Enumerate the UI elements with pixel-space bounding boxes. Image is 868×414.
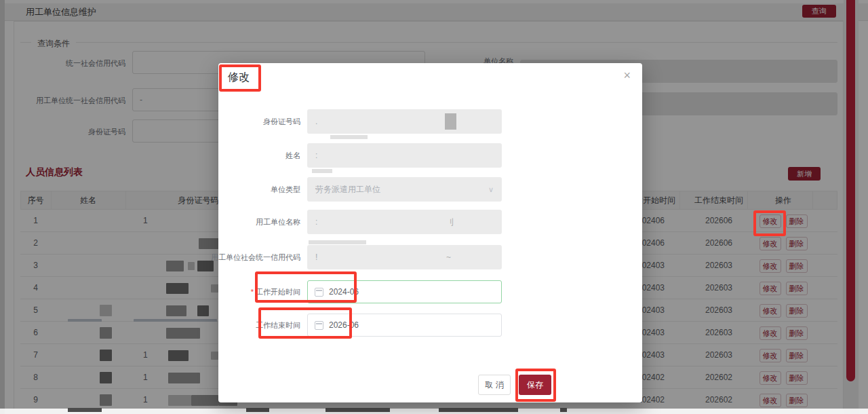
modal-unit-type-label: 单位类型 [271, 177, 300, 202]
modal-unit-name-input: : 刂 [307, 210, 502, 234]
close-icon[interactable]: × [623, 69, 631, 81]
chevron-down-icon: ∨ [488, 177, 494, 202]
redaction-fragment [560, 408, 567, 412]
modal-unit-name-label: 用工单位名称 [256, 210, 300, 234]
cancel-button[interactable]: 取 消 [478, 375, 511, 395]
scrollbar-thumb[interactable] [846, 0, 855, 381]
annotation-box-start-date [255, 271, 357, 303]
modal-unit-name-mark: 刂 [446, 210, 454, 234]
modal-id-label: 身份证号码 [263, 109, 300, 134]
annotation-box-row1-edit [753, 210, 786, 236]
annotation-box-modal-title [219, 64, 261, 92]
redaction-block [312, 169, 332, 173]
modal-name-value: : [315, 151, 317, 160]
modal-credit-input: ! ~ [307, 245, 502, 269]
redaction-fragment [439, 408, 518, 412]
modal-unit-type-select: 劳务派遣用工单位 ∨ [307, 177, 502, 202]
redaction-fragment [246, 408, 269, 412]
modal-credit-mark: ~ [446, 245, 451, 269]
redaction-block [309, 240, 366, 244]
modal-unit-type-value: 劳务派遣用工单位 [315, 185, 380, 194]
modal-credit-label: 用工单位社会统一信用代码 [211, 245, 300, 269]
app-screen: 用工单位信息维护 查询 查询条件 统一社会信用代码 单位名称 用工单位统一社会信… [0, 0, 868, 414]
annotation-box-save [515, 369, 556, 402]
modal-name-input: : [307, 143, 502, 168]
annotation-box-end-date [258, 307, 352, 339]
required-asterisk: * [251, 288, 254, 296]
redaction-block [445, 113, 456, 130]
modal-id-input: . [307, 109, 502, 134]
edit-modal: 修改 × 身份证号码 . 姓名 : 单位类型 劳务派遣用工单位 ∨ 用工单位名称… [218, 63, 642, 402]
modal-credit-value: ! [315, 252, 317, 262]
redaction-block [330, 135, 368, 139]
bottom-window-strip [0, 409, 868, 414]
modal-unit-name-value: : [315, 217, 317, 227]
modal-name-label: 姓名 [285, 143, 300, 168]
redaction-fragment [326, 408, 390, 412]
modal-id-value: . [315, 117, 317, 126]
redaction-fragment [68, 408, 102, 412]
